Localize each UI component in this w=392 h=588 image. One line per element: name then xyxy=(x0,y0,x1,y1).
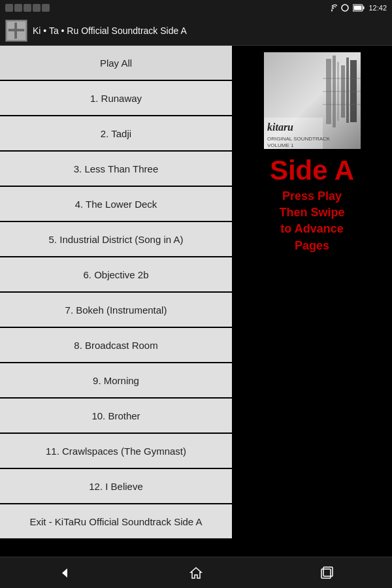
svg-marker-29 xyxy=(62,568,67,578)
svg-rect-32 xyxy=(323,567,333,576)
album-art: kitaru ORIGINAL SOUNDTRACK VOLUME 1 xyxy=(264,52,361,149)
list-item[interactable]: 4. The Lower Deck xyxy=(0,187,232,222)
svg-rect-20 xyxy=(346,57,349,123)
track-label: 3. Less Than Three xyxy=(74,163,159,174)
track-label: Exit - KiTaRu Official Soundtrack Side A xyxy=(29,516,202,527)
svg-rect-13 xyxy=(8,29,24,31)
svg-rect-2 xyxy=(24,4,31,12)
home-button[interactable] xyxy=(180,561,212,585)
svg-marker-30 xyxy=(191,568,201,578)
back-icon xyxy=(58,566,73,580)
svg-rect-31 xyxy=(321,569,331,578)
list-item[interactable]: 12. I Believe xyxy=(0,469,232,504)
svg-text:VOLUME 1: VOLUME 1 xyxy=(267,142,294,148)
time-display: 12:42 xyxy=(368,4,387,12)
list-item[interactable]: 10. Brother xyxy=(0,399,232,434)
recents-icon xyxy=(319,566,334,580)
list-item[interactable]: 11. Crawlspaces (The Gymnast) xyxy=(0,434,232,469)
list-item[interactable]: Exit - KiTaRu Official Soundtrack Side A xyxy=(0,504,232,540)
title-bar: Ki • Ta • Ru Official Soundtrack Side A xyxy=(0,16,392,46)
svg-rect-4 xyxy=(42,4,50,12)
play-all-label: Play All xyxy=(100,57,132,69)
list-item[interactable]: 1. Runaway xyxy=(0,81,232,116)
recents-button[interactable] xyxy=(310,561,343,585)
svg-text:kitaru: kitaru xyxy=(267,122,293,133)
album-art-svg: kitaru ORIGINAL SOUNDTRACK VOLUME 1 xyxy=(264,52,361,149)
svg-rect-9 xyxy=(354,6,362,10)
track-label: 2. Tadji xyxy=(101,128,131,139)
track-label: 5. Industrial District (Song in A) xyxy=(49,234,184,245)
list-item[interactable]: 5. Industrial District (Song in A) xyxy=(0,222,232,257)
nav-bar xyxy=(0,557,392,588)
svg-rect-0 xyxy=(5,4,13,12)
main-content: Play All 1. Runaway2. Tadji3. Less Than … xyxy=(0,46,392,557)
track-label: 4. The Lower Deck xyxy=(75,199,157,210)
track-label: 8. Broadcast Room xyxy=(74,340,157,351)
play-all-button[interactable]: Play All xyxy=(0,46,232,81)
app-title: Ki • Ta • Ru Official Soundtrack Side A xyxy=(33,25,187,36)
press-play-instruction: Press Play Then Swipe to Advance Pages xyxy=(279,188,344,254)
list-item[interactable]: 7. Bokeh (Instrumental) xyxy=(0,293,232,328)
status-bar: 12:42 xyxy=(0,0,392,16)
album-art-image: kitaru ORIGINAL SOUNDTRACK VOLUME 1 xyxy=(264,52,361,149)
list-item[interactable]: 9. Morning xyxy=(0,363,232,399)
track-label: 1. Runaway xyxy=(90,93,142,104)
right-panel: kitaru ORIGINAL SOUNDTRACK VOLUME 1 Side… xyxy=(232,46,392,557)
svg-rect-1 xyxy=(14,4,22,12)
status-right-area: 12:42 xyxy=(327,4,387,12)
list-item[interactable]: 2. Tadji xyxy=(0,116,232,152)
battery-icon xyxy=(353,4,365,12)
svg-rect-8 xyxy=(363,7,365,10)
svg-rect-3 xyxy=(33,4,41,12)
back-button[interactable] xyxy=(49,561,82,585)
list-item[interactable]: 6. Objective 2b xyxy=(0,257,232,293)
status-left-icons xyxy=(5,3,51,13)
home-icon xyxy=(189,566,203,580)
album-thumbnail xyxy=(5,20,27,42)
svg-point-6 xyxy=(342,5,348,11)
track-label: 7. Bokeh (Instrumental) xyxy=(65,304,167,316)
track-label: 10. Brother xyxy=(91,410,140,421)
list-item[interactable]: 3. Less Than Three xyxy=(0,152,232,187)
notification-icons xyxy=(5,3,51,13)
wifi-icon xyxy=(327,4,337,12)
track-label: 9. Morning xyxy=(93,375,139,386)
svg-text:ORIGINAL SOUNDTRACK: ORIGINAL SOUNDTRACK xyxy=(267,136,331,142)
track-label: 11. Crawlspaces (The Gymnast) xyxy=(46,446,186,457)
track-label: 6. Objective 2b xyxy=(83,269,148,280)
track-label: 12. I Believe xyxy=(89,481,143,492)
track-list[interactable]: Play All 1. Runaway2. Tadji3. Less Than … xyxy=(0,46,232,557)
svg-point-5 xyxy=(331,10,333,12)
list-item[interactable]: 8. Broadcast Room xyxy=(0,328,232,363)
signal-icon xyxy=(341,4,349,12)
side-a-label: Side A xyxy=(270,157,354,184)
